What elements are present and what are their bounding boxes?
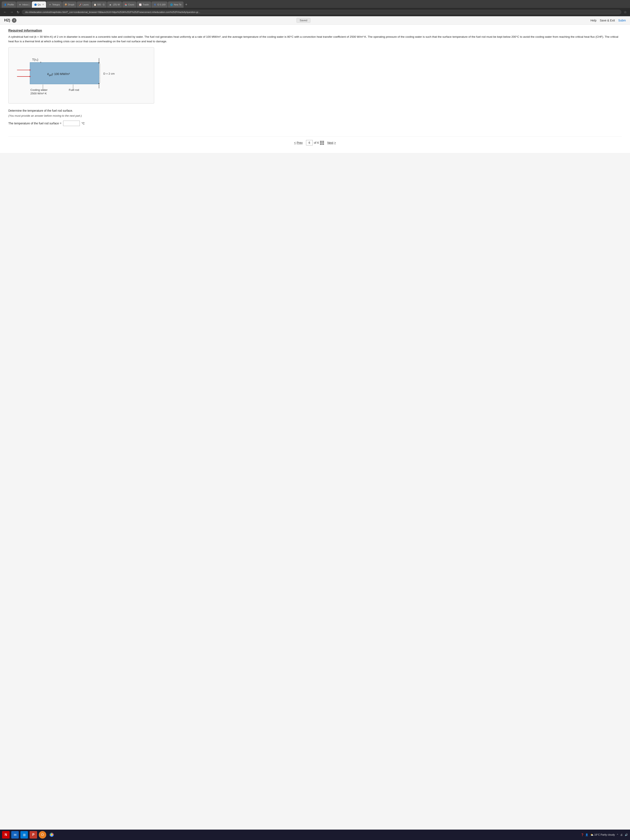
tab-bar: 👤 Profile ✉ Inbox ( 🔵 Qu × ✈ Telegra 📦 D…	[0, 0, 630, 8]
determine-question-text: Determine the temperature of the fuel ro…	[8, 109, 622, 113]
tab-launch[interactable]: 🚀 Launc	[77, 2, 91, 8]
answer-row: The temperature of the fuel rod surface …	[8, 121, 622, 126]
tab-telegram[interactable]: ✈ Telegra	[46, 2, 62, 8]
tab-google[interactable]: G G 0.169	[152, 2, 167, 8]
youtube-favicon: ▶	[109, 3, 112, 6]
forward-button[interactable]: →	[9, 10, 14, 14]
grid-icon[interactable]	[320, 141, 324, 145]
next-button[interactable]: Next >	[327, 141, 336, 144]
page-content: H2) i Saved Help Save & Exit Subm Requir…	[0, 16, 630, 830]
tab-inbox[interactable]: ✉ Inbox (	[16, 2, 32, 8]
back-button[interactable]: ←	[3, 10, 8, 14]
url-input[interactable]: cto.mheducation.com/ext/map/index.html?_…	[22, 10, 621, 14]
profile-favicon: 👤	[4, 3, 7, 6]
svg-text:T(r₀): T(r₀)	[32, 58, 38, 62]
question-id-label: H2)	[4, 18, 10, 22]
info-icon[interactable]: i	[12, 18, 16, 23]
reload-button[interactable]: ↻	[16, 10, 20, 14]
google-favicon: G	[153, 3, 156, 6]
taskbar-netflix-icon[interactable]: N	[2, 831, 9, 838]
navigation-row: < Prev 6 of 6 Next >	[8, 136, 622, 149]
weather-icon: ⛅	[591, 833, 594, 836]
tab-close-icon[interactable]: ×	[43, 3, 44, 6]
total-pages-label: of 6	[314, 141, 319, 144]
help-button[interactable]: Help	[591, 19, 597, 22]
answer-unit: °C	[82, 122, 85, 125]
taskbar-chrome-icon[interactable]	[48, 831, 55, 838]
question-section: Determine the temperature of the fuel ro…	[8, 109, 622, 136]
tab-sis[interactable]: 📋 SIS · G	[92, 2, 107, 8]
answer-label: The temperature of the fuel rod surface …	[8, 122, 62, 125]
current-page-box[interactable]: 6	[306, 140, 313, 145]
taskbar-right: ❓ 👤 ⛅ 16°C Partly cloudy ^ 🖨 🔊	[581, 833, 628, 836]
taskbar-opera-icon[interactable]: O	[39, 831, 46, 838]
problem-text: A cylindrical fuel rod (k = 30 W/m·K) of…	[8, 35, 622, 44]
add-tab-button[interactable]: +	[184, 3, 189, 7]
telegram-favicon: ✈	[49, 3, 52, 6]
question-id-row: H2) i	[4, 18, 16, 23]
tray-printer-icon: 🖨	[620, 833, 623, 836]
tray-volume-icon: 🔊	[625, 833, 628, 836]
required-info-title: Required information	[8, 29, 622, 33]
system-tray: ❓ 👤	[581, 833, 588, 836]
fuel-rod-diagram: T(r₀) ė gen = 100 MW/m³ D	[13, 52, 134, 99]
dropbox-favicon: 📦	[65, 3, 67, 6]
diagram-container: T(r₀) ė gen = 100 MW/m³ D	[8, 47, 154, 104]
weather-text: 16°C Partly cloudy	[594, 833, 615, 836]
tab-trading[interactable]: 📈 Tradin	[137, 2, 151, 8]
svg-text:Fuel rod: Fuel rod	[69, 88, 79, 92]
sis-favicon: 📋	[93, 3, 96, 6]
tab-courses[interactable]: 📚 Cours	[122, 2, 136, 8]
prev-button[interactable]: < Prev	[294, 141, 303, 144]
quiz-favicon: 🔵	[34, 3, 37, 6]
main-content: Required information A cylindrical fuel …	[0, 25, 630, 153]
tab-profile[interactable]: 👤 Profile	[2, 2, 16, 8]
svg-text:2500 W/m²·K: 2500 W/m²·K	[30, 92, 47, 95]
temperature-input[interactable]	[63, 121, 80, 126]
tab-quiz[interactable]: 🔵 Qu ×	[32, 2, 46, 8]
svg-text:= 100 MW/m³: = 100 MW/m³	[52, 72, 70, 76]
svg-point-23	[51, 834, 52, 835]
next-chevron-icon: >	[334, 141, 336, 144]
taskbar: N ✉ ⊞ P O ❓ 👤 ⛅ 16°C Partly cloudy ^ 🖨 🔊	[0, 830, 630, 840]
svg-text:ė: ė	[47, 72, 49, 76]
top-actions: Help Save & Exit Subm	[591, 19, 626, 22]
taskbar-email-icon[interactable]: ✉	[11, 831, 19, 838]
tray-arrow-icon: ^	[617, 833, 618, 836]
new-tab-favicon: 🌐	[170, 3, 173, 6]
taskbar-pinterest-icon[interactable]: P	[30, 831, 37, 838]
tab-new[interactable]: 🌐 New Te	[168, 2, 183, 8]
bookmark-button[interactable]: ☆	[623, 10, 627, 14]
browser-chrome: 👤 Profile ✉ Inbox ( 🔵 Qu × ✈ Telegra 📦 D…	[0, 0, 630, 16]
trading-favicon: 📈	[139, 3, 142, 6]
prev-chevron-icon: <	[294, 141, 296, 144]
svg-text:D = 2 cm: D = 2 cm	[103, 72, 115, 75]
submit-button[interactable]: Subm	[618, 19, 626, 22]
save-exit-button[interactable]: Save & Exit	[600, 19, 615, 22]
help-tray-icon: ❓	[581, 833, 584, 836]
taskbar-windows-icon[interactable]: ⊞	[21, 831, 28, 838]
question-bar: H2) i Saved Help Save & Exit Subm	[0, 16, 630, 25]
page-indicator: 6 of 6	[306, 140, 324, 145]
launch-favicon: 🚀	[79, 3, 82, 6]
tab-dropbox[interactable]: 📦 Dropb	[62, 2, 76, 8]
address-bar: ← → ↻ cto.mheducation.com/ext/map/index.…	[0, 8, 630, 16]
question-note: (You must provide an answer before movin…	[8, 114, 622, 117]
svg-text:Cooling water: Cooling water	[30, 88, 48, 92]
weather-info: ⛅ 16°C Partly cloudy	[591, 833, 615, 836]
saved-badge: Saved	[297, 18, 310, 23]
inbox-favicon: ✉	[19, 3, 22, 6]
courses-favicon: 📚	[125, 3, 127, 6]
tab-youtube[interactable]: ▶ (25) W	[107, 2, 122, 8]
user-tray-icon: 👤	[585, 833, 588, 836]
